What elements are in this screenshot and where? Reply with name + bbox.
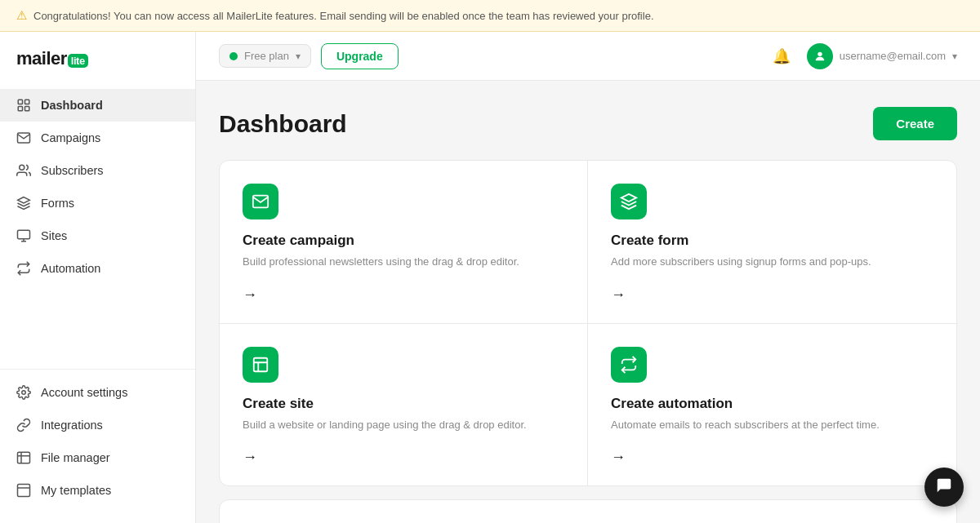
- automation-card-arrow: →: [611, 449, 933, 466]
- svg-point-9: [22, 391, 26, 395]
- svg-rect-11: [18, 485, 30, 497]
- sidebar-label-integrations: Integrations: [41, 419, 103, 432]
- logo-lite: lite: [68, 54, 88, 68]
- warning-icon: ⚠: [16, 8, 27, 23]
- bell-icon: 🔔: [773, 48, 791, 64]
- sidebar-item-file-manager[interactable]: File manager: [0, 441, 195, 474]
- user-avatar: [807, 43, 833, 69]
- card-create-form[interactable]: Create form Add more subscribers using s…: [588, 161, 956, 324]
- svg-point-13: [817, 51, 822, 55]
- sidebar-item-forms[interactable]: Forms: [0, 187, 195, 219]
- svg-rect-0: [18, 100, 22, 104]
- sidebar-item-account-settings[interactable]: Account settings: [0, 376, 195, 409]
- automation-icon: [16, 261, 31, 276]
- sidebar-bottom-nav: Account settings Integrations File manag…: [0, 369, 195, 507]
- card-create-site[interactable]: Create site Build a website or landing p…: [220, 324, 588, 486]
- forms-icon: [16, 196, 31, 211]
- sidebar-item-sites[interactable]: Sites: [0, 219, 195, 252]
- svg-rect-1: [25, 100, 29, 104]
- quick-actions-grid: Create campaign Build professional newsl…: [219, 160, 957, 486]
- site-card-title: Create site: [243, 396, 564, 412]
- chat-support-button[interactable]: [924, 468, 964, 507]
- settings-icon: [16, 385, 31, 400]
- campaigns-icon: [16, 131, 31, 145]
- campaign-card-icon: [243, 184, 278, 219]
- page-header: Dashboard Create: [219, 107, 957, 140]
- app-layout: mailerlite Dashboard Campaigns Subsc: [0, 32, 980, 523]
- campaign-card-arrow: →: [243, 286, 564, 304]
- sidebar-item-subscribers[interactable]: Subscribers: [0, 154, 195, 187]
- sidebar-item-my-templates[interactable]: My templates: [0, 474, 195, 507]
- performance-overview-section: Performance overview: [219, 499, 957, 523]
- sidebar-item-integrations[interactable]: Integrations: [0, 409, 195, 441]
- sidebar-item-automation[interactable]: Automation: [0, 252, 195, 285]
- logo-mailer: mailer: [16, 48, 67, 69]
- notifications-button[interactable]: 🔔: [766, 44, 797, 69]
- logo-text: mailerlite: [16, 48, 88, 69]
- chevron-down-icon: ▾: [296, 51, 301, 62]
- form-card-desc: Add more subscribers using signup forms …: [611, 254, 933, 270]
- upgrade-button[interactable]: Upgrade: [321, 43, 399, 69]
- svg-marker-14: [621, 194, 636, 202]
- sidebar-item-dashboard[interactable]: Dashboard: [0, 89, 195, 122]
- sidebar-label-file-manager: File manager: [41, 451, 110, 464]
- create-button[interactable]: Create: [873, 107, 957, 140]
- sidebar-label-subscribers: Subscribers: [41, 164, 104, 177]
- templates-icon: [16, 483, 31, 498]
- sidebar-label-sites: Sites: [41, 229, 67, 242]
- user-menu[interactable]: username@email.com ▾: [807, 43, 957, 69]
- sidebar-label-my-templates: My templates: [41, 484, 111, 497]
- site-card-desc: Build a website or landing page using th…: [243, 417, 564, 433]
- page-title: Dashboard: [219, 110, 347, 138]
- automation-card-desc: Automate emails to reach subscribers at …: [611, 417, 933, 433]
- sidebar-label-dashboard: Dashboard: [41, 99, 103, 112]
- svg-rect-10: [18, 452, 30, 463]
- svg-marker-5: [18, 197, 30, 204]
- notification-banner: ⚠ Congratulations! You can now access al…: [0, 0, 980, 32]
- sidebar-label-account-settings: Account settings: [41, 386, 127, 399]
- top-header: Free plan ▾ Upgrade 🔔 username@email.com…: [196, 32, 980, 81]
- svg-rect-3: [25, 107, 29, 111]
- svg-rect-2: [18, 107, 22, 111]
- site-card-arrow: →: [243, 449, 564, 466]
- plan-name-label: Free plan: [244, 50, 289, 62]
- chat-icon: [935, 476, 953, 499]
- site-card-icon: [243, 347, 278, 383]
- form-card-arrow: →: [611, 286, 933, 304]
- svg-rect-15: [254, 357, 268, 371]
- plan-selector[interactable]: Free plan ▾: [219, 44, 311, 68]
- sites-icon: [16, 228, 31, 243]
- svg-rect-6: [18, 230, 30, 239]
- sidebar-label-campaigns: Campaigns: [41, 131, 100, 144]
- campaign-card-desc: Build professional newsletters using the…: [243, 254, 564, 270]
- sidebar-label-automation: Automation: [41, 262, 100, 275]
- banner-text: Congratulations! You can now access all …: [33, 10, 654, 22]
- logo: mailerlite: [0, 48, 195, 89]
- integrations-icon: [16, 418, 31, 432]
- sidebar-item-campaigns[interactable]: Campaigns: [0, 122, 195, 154]
- subscribers-icon: [16, 163, 31, 178]
- plan-status-dot: [229, 52, 238, 60]
- dashboard-icon: [16, 98, 31, 113]
- main-content: Dashboard Create Create campaign Build p…: [196, 81, 980, 523]
- form-card-title: Create form: [611, 233, 933, 249]
- automation-card-icon: [611, 347, 647, 383]
- file-manager-icon: [16, 450, 31, 465]
- form-card-icon: [611, 184, 647, 219]
- svg-point-4: [20, 165, 24, 170]
- sidebar: mailerlite Dashboard Campaigns Subsc: [0, 32, 196, 523]
- user-chevron-icon: ▾: [952, 51, 957, 62]
- user-name: username@email.com: [840, 50, 946, 62]
- card-create-campaign[interactable]: Create campaign Build professional newsl…: [220, 161, 588, 324]
- campaign-card-title: Create campaign: [243, 233, 564, 249]
- main-nav: Dashboard Campaigns Subscribers Forms: [0, 89, 195, 285]
- sidebar-label-forms: Forms: [41, 197, 74, 210]
- card-create-automation[interactable]: Create automation Automate emails to rea…: [588, 324, 956, 486]
- automation-card-title: Create automation: [611, 396, 933, 412]
